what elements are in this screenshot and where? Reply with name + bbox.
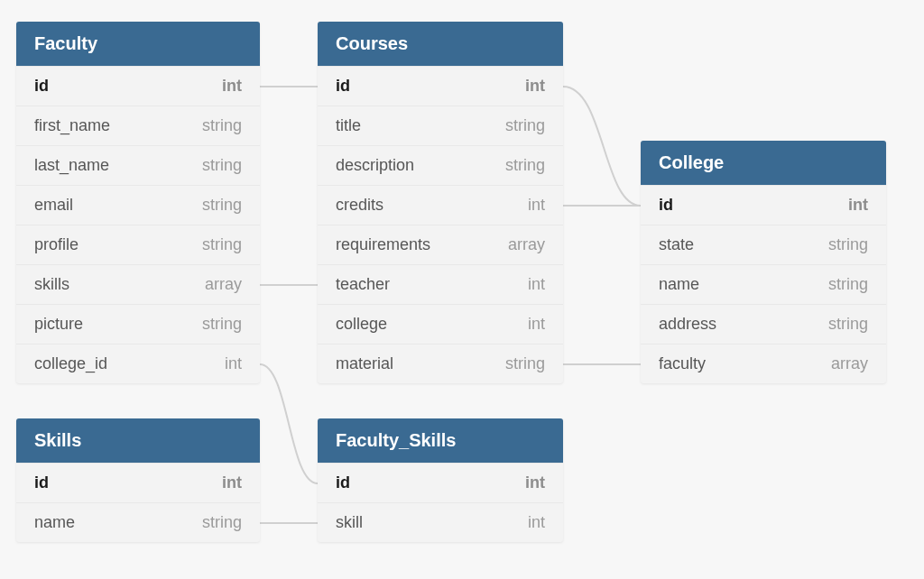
- field-type: array: [205, 275, 242, 294]
- field-type: string: [202, 156, 242, 175]
- field-name: id: [659, 196, 673, 215]
- entity-skills: Skills idint namestring: [16, 418, 260, 542]
- field-type: int: [222, 77, 242, 96]
- table-row: idint: [318, 463, 563, 502]
- table-row: idint: [641, 185, 886, 225]
- field-type: string: [828, 315, 868, 334]
- field-type: array: [508, 235, 545, 254]
- field-name: skill: [336, 513, 363, 532]
- field-name: id: [34, 77, 49, 96]
- entity-faculty: Faculty idint first_namestring last_name…: [16, 22, 260, 383]
- field-type: int: [525, 473, 545, 492]
- field-name: credits: [336, 196, 383, 215]
- table-row: first_namestring: [16, 106, 260, 145]
- field-name: skills: [34, 275, 69, 294]
- field-name: college_id: [34, 354, 107, 373]
- field-type: array: [831, 354, 868, 373]
- entity-header-courses: Courses: [318, 22, 563, 66]
- field-name: last_name: [34, 156, 109, 175]
- field-name: description: [336, 156, 414, 175]
- table-row: skillsarray: [16, 264, 260, 304]
- field-name: name: [659, 275, 699, 294]
- entity-courses: Courses idint titlestring descriptionstr…: [318, 22, 563, 383]
- table-row: last_namestring: [16, 145, 260, 185]
- field-type: int: [528, 196, 545, 215]
- table-row: skillint: [318, 502, 563, 542]
- table-row: namestring: [641, 264, 886, 304]
- field-type: string: [202, 196, 242, 215]
- field-name: state: [659, 235, 694, 254]
- table-row: idint: [16, 463, 260, 502]
- field-name: college: [336, 315, 387, 334]
- field-type: string: [505, 116, 545, 135]
- field-type: int: [528, 315, 545, 334]
- field-name: email: [34, 196, 73, 215]
- field-type: string: [202, 513, 242, 532]
- field-name: title: [336, 116, 361, 135]
- field-name: id: [336, 77, 350, 96]
- field-name: name: [34, 513, 75, 532]
- field-type: string: [505, 156, 545, 175]
- field-type: int: [225, 354, 242, 373]
- table-row: profilestring: [16, 225, 260, 264]
- table-row: facultyarray: [641, 344, 886, 383]
- field-name: requirements: [336, 235, 430, 254]
- field-name: address: [659, 315, 716, 334]
- field-name: id: [336, 473, 350, 492]
- table-row: idint: [318, 66, 563, 106]
- table-row: emailstring: [16, 185, 260, 225]
- table-row: creditsint: [318, 185, 563, 225]
- field-type: string: [828, 275, 868, 294]
- field-name: first_name: [34, 116, 110, 135]
- field-type: int: [848, 196, 868, 215]
- entity-header-faculty-skills: Faculty_Skills: [318, 418, 563, 463]
- field-type: int: [528, 275, 545, 294]
- table-row: picturestring: [16, 304, 260, 344]
- field-name: material: [336, 354, 393, 373]
- field-name: picture: [34, 315, 83, 334]
- table-row: teacherint: [318, 264, 563, 304]
- entity-college: College idint statestring namestring add…: [641, 141, 886, 383]
- field-type: string: [202, 235, 242, 254]
- field-type: string: [202, 315, 242, 334]
- entity-header-college: College: [641, 141, 886, 185]
- table-row: namestring: [16, 502, 260, 542]
- table-row: requirementsarray: [318, 225, 563, 264]
- entity-faculty-skills: Faculty_Skills idint skillint: [318, 418, 563, 542]
- entity-header-skills: Skills: [16, 418, 260, 463]
- table-row: descriptionstring: [318, 145, 563, 185]
- field-type: int: [222, 473, 242, 492]
- table-row: idint: [16, 66, 260, 106]
- field-type: string: [505, 354, 545, 373]
- field-type: int: [528, 513, 545, 532]
- field-name: profile: [34, 235, 79, 254]
- entity-header-faculty: Faculty: [16, 22, 260, 66]
- field-type: string: [828, 235, 868, 254]
- field-name: faculty: [659, 354, 706, 373]
- field-name: id: [34, 473, 49, 492]
- table-row: college_idint: [16, 344, 260, 383]
- table-row: addressstring: [641, 304, 886, 344]
- table-row: titlestring: [318, 106, 563, 145]
- field-type: int: [525, 77, 545, 96]
- field-type: string: [202, 116, 242, 135]
- table-row: materialstring: [318, 344, 563, 383]
- field-name: teacher: [336, 275, 390, 294]
- table-row: statestring: [641, 225, 886, 264]
- table-row: collegeint: [318, 304, 563, 344]
